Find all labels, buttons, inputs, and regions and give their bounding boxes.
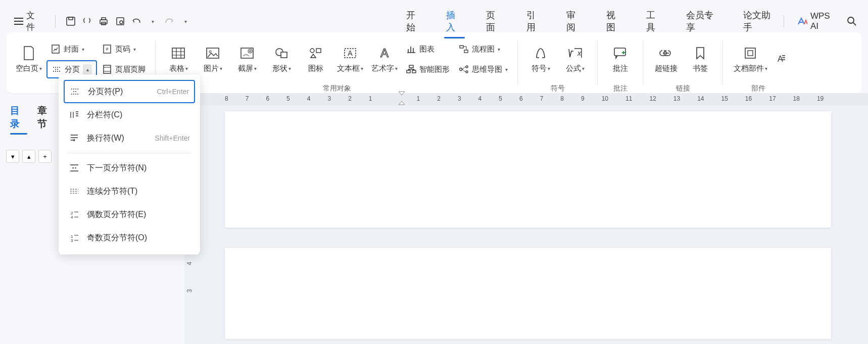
search-icon[interactable]	[846, 15, 858, 28]
blank-page-button[interactable]: 空白页▾	[12, 36, 45, 82]
doc-parts-button[interactable]: 文档部件▾	[729, 36, 771, 82]
svg-text:3: 3	[71, 238, 73, 242]
tab-review[interactable]: 审阅	[564, 5, 585, 37]
flowchart-icon	[459, 45, 469, 54]
section-odd-icon: 13	[69, 232, 80, 243]
section-next-icon	[69, 162, 80, 174]
wps-ai-button[interactable]: WPS AI	[797, 11, 838, 31]
svg-point-30	[466, 66, 468, 68]
svg-rect-0	[67, 17, 75, 25]
document-area: 8 7 6 5 4 3 2 1 1 2 3 4 5 6 7 8 9 10 11 …	[184, 93, 868, 344]
dd-even-section[interactable]: 24 偶数页分节符(E)	[64, 203, 195, 226]
document-page-1[interactable]	[225, 111, 831, 228]
vertical-ruler[interactable]: 4 3	[184, 260, 195, 294]
file-menu[interactable]: 文件	[10, 8, 46, 35]
save-icon[interactable]	[65, 15, 77, 28]
hyperlink-icon	[658, 46, 673, 61]
shape-icon	[274, 46, 289, 61]
lp-tab-toc[interactable]: 目录	[10, 102, 27, 133]
textbox-button[interactable]: A 文本框▾	[333, 36, 367, 82]
svg-text:#: #	[106, 47, 108, 52]
svg-rect-20	[316, 49, 321, 53]
mindmap-icon	[459, 65, 469, 74]
svg-rect-35	[748, 51, 753, 56]
dd-column-break[interactable]: 分栏符(C)	[64, 103, 195, 126]
indent-marker[interactable]	[398, 91, 405, 105]
dd-separator	[68, 153, 191, 153]
tab-insert[interactable]: 插入	[444, 5, 465, 37]
hyperlink-button[interactable]: 超链接	[649, 36, 683, 82]
equation-icon: x	[567, 46, 583, 61]
bookmark-button[interactable]: 书签	[684, 36, 717, 82]
wps-ai-label: WPS AI	[810, 11, 838, 31]
tab-view[interactable]: 视图	[604, 5, 625, 37]
more-icon[interactable]: ▾	[179, 15, 192, 28]
svg-rect-18	[281, 52, 287, 58]
screenshot-button[interactable]: 截屏▾	[230, 36, 264, 82]
lp-collapse-up[interactable]: ▴	[22, 150, 35, 163]
icon-button[interactable]: 图标	[299, 36, 332, 82]
comment-button[interactable]: 批注	[604, 36, 637, 82]
left-panel: 目录 章节 ▾ ▴ +	[6, 100, 59, 163]
svg-point-29	[460, 68, 462, 71]
preview-icon[interactable]	[114, 15, 126, 28]
svg-rect-27	[460, 46, 463, 48]
tab-tools[interactable]: 工具	[644, 5, 665, 37]
mindmap-button[interactable]: 思维导图▾	[455, 60, 512, 78]
divider	[55, 15, 56, 27]
screenshot-icon	[239, 46, 255, 61]
page-number-icon: #	[102, 44, 112, 54]
lp-tab-chapter[interactable]: 章节	[37, 102, 55, 133]
tab-reference[interactable]: 引用	[524, 5, 545, 37]
file-label: 文件	[26, 10, 42, 33]
horizontal-ruler[interactable]: 8 7 6 5 4 3 2 1 1 2 3 4 5 6 7 8 9 10 11 …	[184, 93, 868, 105]
dd-odd-section[interactable]: 13 奇数页分节符(O)	[64, 226, 195, 249]
svg-rect-11	[104, 65, 111, 73]
dd-page-break[interactable]: 分页符(P) Ctrl+Enter	[64, 80, 195, 103]
cover-button[interactable]: 封面▾	[46, 40, 97, 58]
svg-rect-8	[52, 45, 59, 53]
page-break-icon	[70, 86, 81, 97]
wordart-button[interactable]: A 艺术字▾	[368, 36, 401, 82]
smartart-button[interactable]: 智能图形	[402, 60, 454, 78]
dd-line-break[interactable]: 换行符(W) Shift+Enter	[64, 126, 195, 150]
wordart-icon: A	[377, 46, 392, 61]
tab-start[interactable]: 开始	[404, 5, 425, 37]
tab-page[interactable]: 页面	[484, 5, 505, 37]
dd-next-page-section[interactable]: 下一页分节符(N)	[64, 156, 195, 180]
flowchart-button[interactable]: 流程图▾	[455, 40, 512, 58]
document-page-2[interactable]	[225, 248, 831, 339]
tab-member[interactable]: 会员专享	[684, 5, 721, 37]
page-break-dropdown: 分页符(P) Ctrl+Enter 分栏符(C) 换行符(W) Shift+En…	[59, 75, 200, 254]
equation-button[interactable]: x 公式▾	[558, 36, 592, 82]
svg-text:x: x	[577, 49, 582, 57]
shape-button[interactable]: 形状▾	[265, 36, 298, 82]
svg-text:A: A	[380, 46, 389, 60]
text-cap-icon: A	[773, 52, 788, 67]
symbol-button[interactable]: 符号▾	[524, 36, 557, 82]
redo-icon[interactable]	[163, 15, 176, 28]
doc-parts-icon	[743, 46, 758, 61]
tab-thesis[interactable]: 论文助手	[741, 5, 779, 37]
print-icon[interactable]	[98, 15, 110, 28]
dd-continuous-section[interactable]: 连续分节符(T)	[64, 180, 195, 203]
picture-button[interactable]: 图片▾	[196, 36, 229, 82]
svg-point-6	[120, 21, 123, 24]
page-number-button[interactable]: # 页码▾	[98, 40, 150, 58]
more-parts-button[interactable]: A	[773, 36, 788, 82]
svg-rect-25	[407, 70, 410, 73]
group-label-parts: 部件	[729, 84, 788, 93]
lp-collapse-down[interactable]: ▾	[6, 150, 19, 163]
undo-dropdown[interactable]: ▾	[147, 15, 159, 28]
line-break-icon	[69, 133, 80, 144]
lp-add[interactable]: +	[38, 150, 52, 163]
divider	[784, 15, 784, 27]
undo-icon[interactable]	[130, 15, 143, 28]
ai-logo-icon	[797, 16, 807, 26]
header-footer-icon	[102, 64, 112, 74]
svg-rect-1	[69, 17, 73, 20]
chart-button[interactable]: 图表	[402, 40, 454, 58]
svg-point-19	[310, 49, 314, 53]
sync-icon[interactable]	[81, 15, 93, 28]
svg-rect-24	[409, 65, 413, 68]
